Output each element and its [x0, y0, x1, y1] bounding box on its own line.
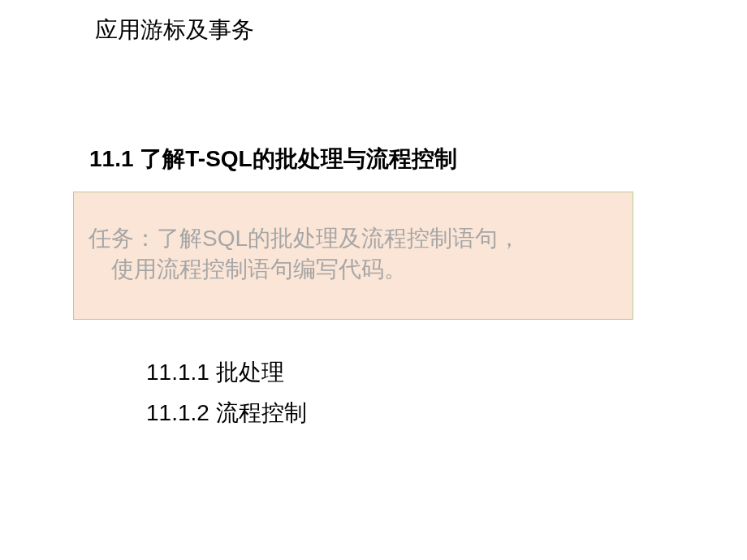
- subsection-item: 11.1.1 批处理: [146, 357, 284, 388]
- task-label: 任务：: [89, 226, 157, 251]
- task-text-line1: 了解SQL的批处理及流程控制语句，: [157, 226, 520, 251]
- task-box: 任务：了解SQL的批处理及流程控制语句， 使用流程控制语句编写代码。: [73, 192, 633, 320]
- task-text-line2: 使用流程控制语句编写代码。: [89, 254, 618, 285]
- page-title: 应用游标及事务: [95, 15, 254, 45]
- section-heading: 11.1 了解T-SQL的批处理与流程控制: [89, 144, 457, 174]
- subsection-item: 11.1.2 流程控制: [146, 398, 307, 429]
- task-line-1: 任务：了解SQL的批处理及流程控制语句，: [89, 223, 618, 254]
